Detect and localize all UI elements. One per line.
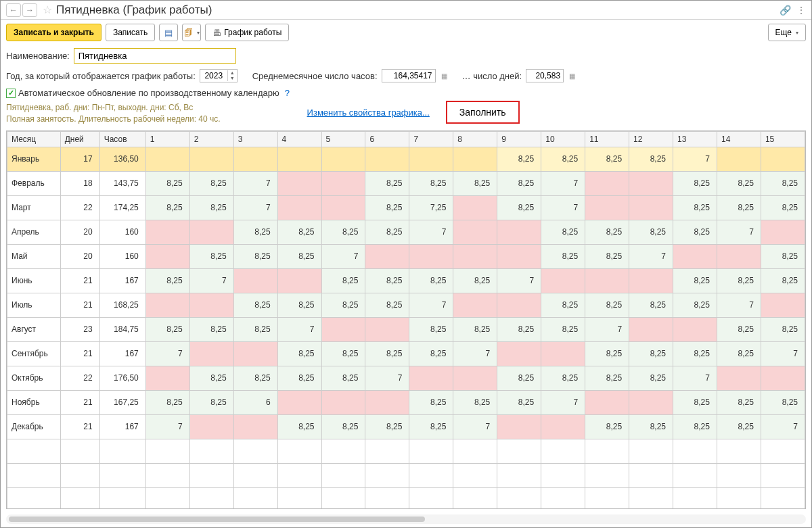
day-cell[interactable]: 8,25 — [673, 171, 717, 195]
col-day-6[interactable]: 6 — [365, 131, 409, 147]
col-day-9[interactable]: 9 — [497, 131, 541, 147]
day-cell[interactable] — [673, 317, 717, 341]
day-cell[interactable]: 8,25 — [497, 195, 541, 220]
day-cell[interactable]: 8,25 — [321, 414, 365, 439]
day-cell[interactable] — [453, 366, 497, 390]
day-cell[interactable]: 8,25 — [761, 390, 805, 414]
day-cell[interactable]: 8,25 — [585, 244, 629, 268]
day-cell[interactable] — [145, 293, 189, 317]
day-cell[interactable]: 8,25 — [145, 268, 189, 293]
day-cell[interactable]: 8,25 — [365, 341, 409, 366]
day-cell[interactable] — [277, 171, 321, 195]
nav-back-button[interactable]: ← — [6, 3, 21, 17]
nav-forward-button[interactable]: → — [22, 3, 37, 17]
day-cell[interactable]: 7,25 — [409, 195, 453, 220]
day-cell[interactable]: 8,25 — [321, 268, 365, 293]
day-cell[interactable] — [761, 220, 805, 244]
day-cell[interactable]: 8,25 — [761, 195, 805, 220]
day-cell[interactable]: 8,25 — [365, 414, 409, 439]
day-cell[interactable]: 8,25 — [321, 220, 365, 244]
day-cell[interactable]: 7 — [497, 268, 541, 293]
avg-hours-input[interactable] — [382, 69, 436, 82]
day-cell[interactable]: 7 — [145, 414, 189, 439]
day-cell[interactable]: 8,25 — [409, 390, 453, 414]
day-cell[interactable] — [409, 147, 453, 171]
day-cell[interactable]: 7 — [365, 366, 409, 390]
day-cell[interactable] — [585, 268, 629, 293]
day-cell[interactable]: 8,25 — [277, 244, 321, 268]
day-cell[interactable]: 8,25 — [761, 171, 805, 195]
day-cell[interactable]: 8,25 — [541, 366, 585, 390]
table-row[interactable]: Август23184,758,258,258,2578,258,258,258… — [7, 317, 805, 341]
day-cell[interactable]: 7 — [233, 171, 277, 195]
day-cell[interactable]: 8,25 — [409, 317, 453, 341]
day-cell[interactable] — [145, 147, 189, 171]
day-cell[interactable] — [717, 366, 761, 390]
day-cell[interactable]: 8,25 — [717, 341, 761, 366]
day-cell[interactable]: 8,25 — [497, 366, 541, 390]
spin-up-icon[interactable]: ▲ — [228, 70, 237, 76]
day-cell[interactable] — [629, 171, 673, 195]
favorite-star-icon[interactable]: ☆ — [43, 3, 52, 16]
day-cell[interactable]: 8,25 — [409, 171, 453, 195]
day-cell[interactable] — [629, 317, 673, 341]
spin-down-icon[interactable]: ▼ — [228, 76, 237, 81]
day-cell[interactable]: 8,25 — [717, 317, 761, 341]
horizontal-scrollbar[interactable] — [6, 514, 806, 524]
day-cell[interactable]: 8,25 — [365, 293, 409, 317]
day-cell[interactable] — [233, 147, 277, 171]
year-spinner[interactable]: ▲▼ — [200, 69, 238, 82]
day-cell[interactable] — [145, 366, 189, 390]
day-cell[interactable] — [365, 244, 409, 268]
col-day-1[interactable]: 1 — [145, 131, 189, 147]
day-cell[interactable]: 8,25 — [585, 341, 629, 366]
col-hours[interactable]: Часов — [99, 131, 145, 147]
day-cell[interactable] — [497, 220, 541, 244]
day-cell[interactable]: 8,25 — [629, 220, 673, 244]
day-cell[interactable] — [629, 195, 673, 220]
copy-button[interactable]: 🗐▾ — [182, 24, 201, 41]
col-day-5[interactable]: 5 — [321, 131, 365, 147]
day-cell[interactable]: 8,25 — [453, 171, 497, 195]
table-row[interactable]: Октябрь22176,508,258,258,258,2578,258,25… — [7, 366, 805, 390]
day-cell[interactable]: 8,25 — [629, 293, 673, 317]
day-cell[interactable]: 8,25 — [629, 147, 673, 171]
day-cell[interactable]: 8,25 — [365, 268, 409, 293]
day-cell[interactable]: 8,25 — [585, 220, 629, 244]
day-cell[interactable] — [145, 220, 189, 244]
col-day-14[interactable]: 14 — [717, 131, 761, 147]
auto-update-checkbox[interactable]: ✓ — [6, 89, 16, 98]
day-cell[interactable]: 8,25 — [497, 171, 541, 195]
day-cell[interactable]: 7 — [761, 414, 805, 439]
day-cell[interactable] — [277, 390, 321, 414]
list-button[interactable]: ▤ — [159, 24, 178, 41]
day-cell[interactable] — [145, 244, 189, 268]
day-cell[interactable]: 7 — [717, 220, 761, 244]
day-cell[interactable] — [497, 293, 541, 317]
day-cell[interactable]: 7 — [761, 341, 805, 366]
day-cell[interactable]: 8,25 — [629, 366, 673, 390]
day-cell[interactable]: 8,25 — [761, 317, 805, 341]
col-day-11[interactable]: 11 — [585, 131, 629, 147]
day-cell[interactable] — [761, 147, 805, 171]
day-cell[interactable] — [365, 147, 409, 171]
day-cell[interactable]: 8,25 — [497, 317, 541, 341]
day-cell[interactable]: 8,25 — [673, 220, 717, 244]
day-cell[interactable] — [717, 244, 761, 268]
day-cell[interactable]: 7 — [541, 390, 585, 414]
day-cell[interactable] — [189, 220, 233, 244]
calculator-icon[interactable]: ▦ — [569, 72, 575, 80]
day-cell[interactable] — [277, 147, 321, 171]
day-cell[interactable]: 7 — [277, 317, 321, 341]
day-cell[interactable] — [321, 171, 365, 195]
day-cell[interactable]: 8,25 — [497, 390, 541, 414]
day-cell[interactable]: 8,25 — [233, 293, 277, 317]
day-cell[interactable]: 7 — [189, 268, 233, 293]
day-cell[interactable] — [761, 366, 805, 390]
day-cell[interactable] — [233, 341, 277, 366]
table-row[interactable]: Май201608,258,258,2578,258,2578,25 — [7, 244, 805, 268]
day-cell[interactable] — [321, 317, 365, 341]
day-cell[interactable] — [321, 147, 365, 171]
table-row[interactable]: Декабрь2116778,258,258,258,2578,258,258,… — [7, 414, 805, 439]
day-cell[interactable]: 7 — [717, 293, 761, 317]
